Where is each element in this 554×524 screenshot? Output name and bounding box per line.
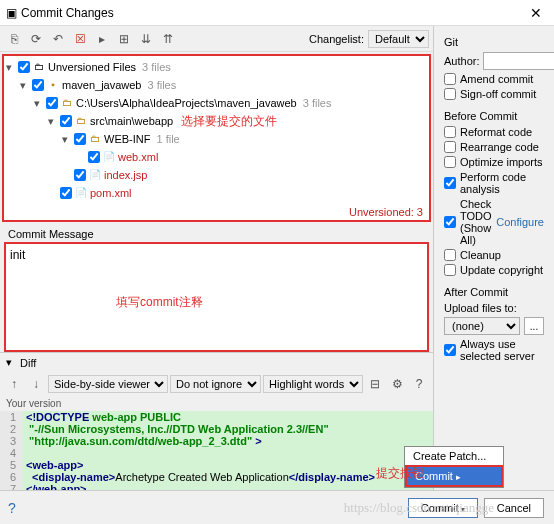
- help-icon[interactable]: ?: [409, 374, 429, 394]
- tree-file[interactable]: 📄 web.xml: [6, 148, 427, 166]
- tree-checkbox[interactable]: [74, 169, 86, 181]
- reformat-checkbox[interactable]: [444, 126, 456, 138]
- author-label: Author:: [444, 55, 479, 67]
- todo-checkbox[interactable]: [444, 216, 456, 228]
- chevron-down-icon[interactable]: ▾: [48, 112, 58, 130]
- tree-label: pom.xml: [90, 184, 132, 202]
- tree-label: web.xml: [118, 148, 158, 166]
- title-text: Commit Changes: [21, 6, 114, 20]
- tree-checkbox[interactable]: [18, 61, 30, 73]
- always-server-label: Always use selected server: [460, 338, 544, 362]
- always-server-checkbox[interactable]: [444, 344, 456, 356]
- ignore-select[interactable]: Do not ignore: [170, 375, 261, 393]
- upload-select[interactable]: (none): [444, 317, 520, 335]
- chevron-down-icon[interactable]: ▾: [20, 76, 30, 94]
- collapse-icon[interactable]: ⇈: [158, 29, 178, 49]
- tree-file[interactable]: 📄 index.jsp: [6, 166, 427, 184]
- tree-checkbox[interactable]: [74, 133, 86, 145]
- analysis-checkbox[interactable]: [444, 177, 456, 189]
- commit-message-panel: init 填写commit注释: [4, 242, 429, 352]
- xml-file-icon: 📄: [102, 150, 116, 164]
- tree-label: maven_javaweb: [62, 76, 142, 94]
- analysis-label: Perform code analysis: [460, 171, 544, 195]
- window-title: ▣ Commit Changes: [6, 6, 114, 20]
- titlebar: ▣ Commit Changes ✕: [0, 0, 554, 26]
- refresh-icon[interactable]: ⟳: [26, 29, 46, 49]
- close-icon[interactable]: ✕: [524, 5, 548, 21]
- tree-count: 3 files: [303, 94, 332, 112]
- tree-file[interactable]: 📄 pom.xml: [6, 184, 427, 202]
- tree-label: src\main\webapp: [90, 112, 173, 130]
- tree-checkbox[interactable]: [60, 115, 72, 127]
- commit-item[interactable]: Commit ▸: [405, 465, 503, 487]
- tree-node[interactable]: ▾ 🗀 src\main\webapp 选择要提交的文件: [6, 112, 427, 130]
- expand-icon[interactable]: ⇊: [136, 29, 156, 49]
- diff-label: Diff: [20, 357, 36, 369]
- collapse-diff-icon[interactable]: ⊟: [365, 374, 385, 394]
- commit-message-label: Commit Message: [0, 224, 433, 242]
- upload-config-button[interactable]: ...: [524, 317, 544, 335]
- after-section-title: After Commit: [444, 286, 544, 298]
- move-icon[interactable]: ▸: [92, 29, 112, 49]
- optimize-label: Optimize imports: [460, 156, 543, 168]
- tree-label: C:\Users\Alpha\IdeaProjects\maven_javawe…: [76, 94, 297, 112]
- todo-label: Check TODO (Show All): [460, 198, 492, 246]
- chevron-down-icon: ▾: [461, 505, 465, 514]
- xml-file-icon: 📄: [74, 186, 88, 200]
- help-icon[interactable]: ?: [8, 500, 16, 516]
- configure-link[interactable]: Configure: [496, 216, 544, 228]
- changelist-select[interactable]: Default: [368, 30, 429, 48]
- tree-label: index.jsp: [104, 166, 147, 184]
- signoff-checkbox[interactable]: [444, 88, 456, 100]
- tree-node[interactable]: ▾ 🗀 WEB-INF 1 file: [6, 130, 427, 148]
- module-icon: ▪: [46, 78, 60, 92]
- delete-icon[interactable]: ☒: [70, 29, 90, 49]
- next-diff-icon[interactable]: ↓: [26, 374, 46, 394]
- unversioned-count: Unversioned: 3: [349, 206, 423, 218]
- file-toolbar: ⎘ ⟳ ↶ ☒ ▸ ⊞ ⇊ ⇈ Changelist: Default: [0, 26, 433, 52]
- author-input[interactable]: [483, 52, 554, 70]
- amend-label: Amend commit: [460, 73, 533, 85]
- viewer-select[interactable]: Side-by-side viewer: [48, 375, 168, 393]
- before-section-title: Before Commit: [444, 110, 544, 122]
- cleanup-checkbox[interactable]: [444, 249, 456, 261]
- show-diff-icon[interactable]: ⎘: [4, 29, 24, 49]
- create-patch-item[interactable]: Create Patch...: [405, 447, 503, 465]
- settings-icon[interactable]: ⚙: [387, 374, 407, 394]
- file-tree-panel: ▾ 🗀 Unversioned Files 3 files ▾ ▪ maven_…: [2, 54, 431, 222]
- chevron-down-icon[interactable]: ▾: [62, 130, 72, 148]
- rearrange-label: Rearrange code: [460, 141, 539, 153]
- tree-label: Unversioned Files: [48, 58, 136, 76]
- amend-checkbox[interactable]: [444, 73, 456, 85]
- chevron-down-icon[interactable]: ▾: [6, 356, 16, 369]
- signoff-label: Sign-off commit: [460, 88, 536, 100]
- tree-checkbox[interactable]: [32, 79, 44, 91]
- changelist-label: Changelist:: [309, 33, 364, 45]
- folder-icon: 🗀: [60, 96, 74, 110]
- git-section-title: Git: [444, 36, 544, 48]
- diff-toolbar: ↑ ↓ Side-by-side viewer Do not ignore Hi…: [0, 372, 433, 396]
- chevron-down-icon[interactable]: ▾: [6, 58, 16, 76]
- prev-diff-icon[interactable]: ↑: [4, 374, 24, 394]
- chevron-down-icon[interactable]: ▾: [34, 94, 44, 112]
- jsp-file-icon: 📄: [88, 168, 102, 182]
- revert-icon[interactable]: ↶: [48, 29, 68, 49]
- highlight-select[interactable]: Highlight words: [263, 375, 363, 393]
- rearrange-checkbox[interactable]: [444, 141, 456, 153]
- commit-button[interactable]: Commit▾: [408, 498, 478, 518]
- copyright-checkbox[interactable]: [444, 264, 456, 276]
- tree-checkbox[interactable]: [46, 97, 58, 109]
- tree-count: 1 file: [156, 130, 179, 148]
- tree-root[interactable]: ▾ 🗀 Unversioned Files 3 files: [6, 58, 427, 76]
- your-version-label: Your version: [0, 396, 433, 411]
- tree-checkbox[interactable]: [88, 151, 100, 163]
- tree-checkbox[interactable]: [60, 187, 72, 199]
- cancel-button[interactable]: Cancel: [484, 498, 544, 518]
- optimize-checkbox[interactable]: [444, 156, 456, 168]
- folder-icon: 🗀: [88, 132, 102, 146]
- tree-node[interactable]: ▾ 🗀 C:\Users\Alpha\IdeaProjects\maven_ja…: [6, 94, 427, 112]
- tree-node[interactable]: ▾ ▪ maven_javaweb 3 files: [6, 76, 427, 94]
- group-icon[interactable]: ⊞: [114, 29, 134, 49]
- commit-message-input[interactable]: init: [6, 244, 427, 348]
- commit-dropdown-menu: Create Patch... Commit ▸: [404, 446, 504, 488]
